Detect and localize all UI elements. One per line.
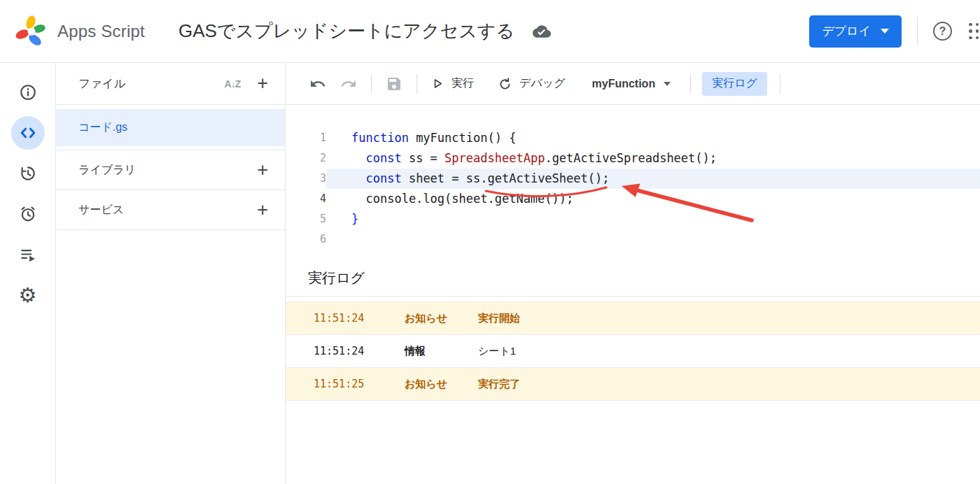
log-time: 11:51:24: [314, 345, 405, 357]
execution-log-heading: 実行ログ: [286, 260, 980, 297]
sort-az-icon[interactable]: A↓Z: [225, 78, 241, 90]
main-area: 実行 デバッグ myFunction 実行ログ: [286, 63, 980, 484]
log-type: お知らせ: [405, 378, 478, 391]
settings-gear-icon[interactable]: ⚙: [11, 278, 45, 312]
execution-log-toggle[interactable]: 実行ログ: [702, 72, 767, 96]
apps-script-logo-icon: [14, 15, 48, 48]
code-text: console.log(sheet.getName());: [326, 189, 980, 209]
toolbar-divider: [690, 74, 691, 94]
add-service-button[interactable]: +: [257, 201, 268, 220]
code-text: const ss = SpreadsheetApp.getActiveSprea…: [326, 148, 980, 169]
log-message: 実行完了: [478, 378, 520, 391]
editor-toolbar: 実行 デバッグ myFunction 実行ログ: [286, 63, 980, 105]
run-button[interactable]: 実行: [428, 73, 477, 94]
debug-label: デバッグ: [519, 76, 566, 91]
log-type: お知らせ: [405, 312, 478, 325]
file-name: コード.gs: [78, 120, 127, 135]
save-status-cloud-icon: [533, 22, 551, 41]
log-message: シート1: [478, 345, 516, 358]
files-panel: ファイル A↓Z + コード.gs ライブラリ + サービス +: [56, 63, 286, 484]
code-text: const sheet = ss.getActiveSheet();: [326, 169, 980, 189]
log-row: 11:51:24お知らせ実行開始: [286, 302, 980, 335]
toolbar-divider: [416, 74, 417, 94]
run-label: 実行: [451, 76, 474, 91]
toolbar-divider: [371, 74, 372, 94]
debug-button[interactable]: デバッグ: [495, 73, 568, 94]
save-button[interactable]: [383, 73, 405, 95]
code-text: }: [326, 209, 980, 229]
log-table: 11:51:24お知らせ実行開始11:51:24情報シート111:51:25お知…: [286, 301, 980, 401]
chevron-down-icon: [881, 29, 889, 34]
editor-code-icon[interactable]: [11, 116, 45, 150]
log-type: 情報: [405, 345, 478, 358]
code-editor[interactable]: 1function myFunction() {2 const ss = Spr…: [286, 105, 980, 260]
header-divider: [917, 17, 918, 46]
file-row-wrap: コード.gs: [56, 105, 285, 150]
body: ⚙ ファイル A↓Z + コード.gs ライブラリ + サービス +: [0, 63, 980, 484]
chevron-down-icon: [664, 82, 671, 86]
play-icon: [431, 77, 444, 90]
app-name: Apps Script: [57, 22, 145, 41]
line-number: 5: [286, 209, 326, 229]
deploy-label: デプロイ: [822, 23, 871, 39]
project-history-icon[interactable]: [11, 157, 45, 190]
code-line[interactable]: 4 console.log(sheet.getName());: [286, 189, 980, 209]
function-selector[interactable]: myFunction: [589, 75, 674, 93]
file-item-code-gs[interactable]: コード.gs: [56, 109, 285, 146]
log-time: 11:51:24: [314, 312, 405, 325]
deploy-button[interactable]: デプロイ: [809, 15, 902, 48]
line-number: 2: [286, 148, 326, 169]
redo-button[interactable]: [337, 73, 360, 95]
code-line[interactable]: 6: [286, 229, 980, 250]
left-rail: ⚙: [0, 63, 56, 484]
toolbar-divider: [780, 74, 780, 94]
apps-script-window: Apps Script GASでスプレッドシートにアクセスする デプロイ ?: [0, 0, 980, 484]
add-library-button[interactable]: +: [257, 161, 268, 180]
debug-icon: [498, 76, 512, 91]
sidebar-section-services[interactable]: サービス +: [56, 190, 285, 230]
execution-log-heading-label: 実行ログ: [308, 269, 365, 287]
executions-icon[interactable]: [11, 238, 45, 271]
section-label: サービス: [78, 203, 124, 218]
execution-log-toggle-label: 実行ログ: [712, 77, 757, 89]
code-text: function myFunction() {: [326, 128, 980, 148]
sidebar-section-libraries[interactable]: ライブラリ +: [56, 150, 285, 190]
triggers-alarm-icon[interactable]: [11, 197, 45, 231]
code-line[interactable]: 1function myFunction() {: [286, 128, 980, 148]
undo-button[interactable]: [307, 73, 329, 95]
project-title[interactable]: GASでスプレッドシートにアクセスする: [178, 19, 514, 43]
help-icon[interactable]: ?: [933, 22, 952, 41]
log-message: 実行開始: [478, 312, 520, 325]
add-file-button[interactable]: +: [257, 74, 268, 93]
files-title: ファイル: [78, 76, 126, 92]
log-row: 11:51:25お知らせ実行完了: [286, 368, 980, 401]
line-number: 6: [286, 229, 326, 250]
section-label: ライブラリ: [78, 163, 136, 178]
files-header: ファイル A↓Z +: [56, 63, 285, 105]
code-lines: 1function myFunction() {2 const ss = Spr…: [286, 128, 980, 250]
line-number: 1: [286, 128, 326, 148]
log-time: 11:51:25: [314, 378, 405, 390]
code-line[interactable]: 3 const sheet = ss.getActiveSheet();: [286, 169, 980, 189]
line-number: 4: [286, 189, 326, 209]
code-line[interactable]: 5}: [286, 209, 980, 229]
top-bar: Apps Script GASでスプレッドシートにアクセスする デプロイ ?: [0, 0, 980, 63]
code-line[interactable]: 2 const ss = SpreadsheetApp.getActiveSpr…: [286, 148, 980, 169]
apps-grid-icon[interactable]: [969, 23, 980, 40]
code-text: [326, 229, 980, 250]
overview-info-icon[interactable]: [11, 76, 45, 109]
function-name: myFunction: [592, 78, 656, 90]
log-row: 11:51:24情報シート1: [286, 335, 980, 368]
line-number: 3: [286, 169, 326, 189]
